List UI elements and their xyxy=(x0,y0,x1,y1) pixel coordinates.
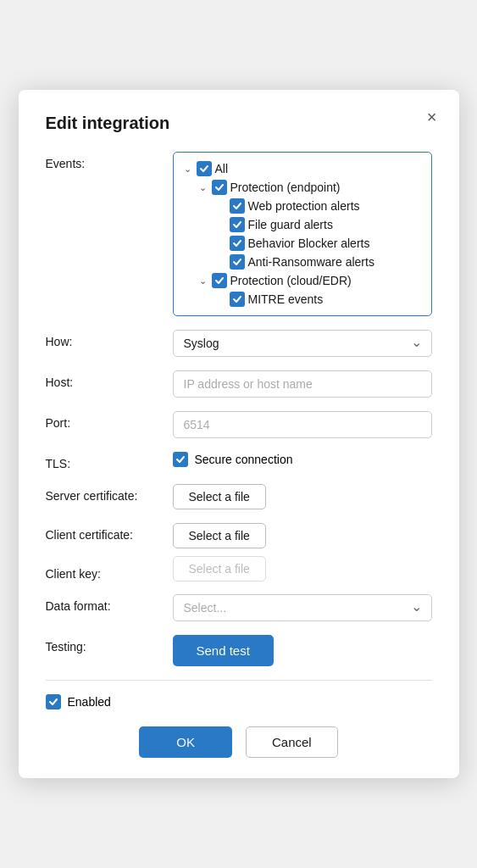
testing-control: Send test xyxy=(173,635,432,666)
checkbox-web-protection[interactable] xyxy=(230,198,245,214)
tls-control: Secure connection xyxy=(173,452,432,467)
data-format-row: Data format: Select... xyxy=(46,594,432,621)
footer-buttons: OK Cancel xyxy=(46,726,432,758)
tree-item-anti-ransomware[interactable]: Anti-Ransomware alerts xyxy=(184,253,421,271)
tree-item-mitre-events[interactable]: MITRE events xyxy=(184,290,421,309)
events-tree-box: ⌄ All ⌄ Protection (endpoint) xyxy=(173,152,432,316)
tls-text: Secure connection xyxy=(195,453,293,466)
close-button[interactable]: × xyxy=(422,107,442,127)
client-key-row: Client key: Select a file xyxy=(46,562,432,581)
client-key-label: Client key: xyxy=(46,562,173,581)
how-select[interactable]: Syslog HTTP SMTP xyxy=(173,330,432,357)
cancel-button[interactable]: Cancel xyxy=(246,726,338,758)
port-input[interactable] xyxy=(173,411,432,438)
tree-item-web-protection[interactable]: Web protection alerts xyxy=(184,197,421,215)
divider xyxy=(46,680,432,681)
server-cert-label: Server certificate: xyxy=(46,484,173,503)
tree-item-label: Protection (endpoint) xyxy=(230,181,341,194)
checkbox-file-guard[interactable] xyxy=(230,217,245,232)
host-row: Host: xyxy=(46,370,432,398)
how-label: How: xyxy=(46,330,173,348)
client-cert-row: Client certificate: Select a file xyxy=(46,523,432,548)
tls-label: TLS: xyxy=(46,452,173,470)
checkbox-enabled[interactable] xyxy=(46,694,61,709)
how-row: How: Syslog HTTP SMTP xyxy=(46,330,432,357)
dialog-title: Edit integration xyxy=(46,114,432,133)
client-cert-label: Client certificate: xyxy=(46,523,173,542)
client-key-button: Select a file xyxy=(173,556,266,581)
client-cert-button[interactable]: Select a file xyxy=(173,523,266,548)
tree-item-behavior-blocker[interactable]: Behavior Blocker alerts xyxy=(184,234,421,253)
enabled-label: Enabled xyxy=(68,695,111,709)
tree-item-protection-endpoint[interactable]: ⌄ Protection (endpoint) xyxy=(184,178,421,197)
checkbox-all[interactable] xyxy=(197,161,212,176)
port-row: Port: xyxy=(46,411,432,438)
tree-item-label: Web protection alerts xyxy=(248,199,360,213)
checkbox-tls[interactable] xyxy=(173,452,188,467)
edit-integration-dialog: Edit integration × Events: ⌄ All ⌄ xyxy=(19,90,459,778)
checkbox-protection-endpoint[interactable] xyxy=(212,180,227,195)
chevron-icon: ⌄ xyxy=(184,164,191,175)
send-test-button[interactable]: Send test xyxy=(173,635,274,666)
host-label: Host: xyxy=(46,370,173,389)
checkbox-anti-ransomware[interactable] xyxy=(230,254,245,270)
tree-item-label: All xyxy=(215,162,229,175)
data-format-label: Data format: xyxy=(46,594,173,613)
checkbox-mitre-events[interactable] xyxy=(230,292,245,307)
checkbox-protection-cloud[interactable] xyxy=(212,273,227,288)
data-format-select[interactable]: Select... xyxy=(173,594,432,621)
events-label: Events: xyxy=(46,152,173,170)
tree-item-label: File guard alerts xyxy=(248,218,333,231)
tree-item-label: MITRE events xyxy=(248,292,324,306)
server-cert-row: Server certificate: Select a file xyxy=(46,484,432,509)
data-format-select-wrapper: Select... xyxy=(173,594,432,621)
chevron-icon: ⌄ xyxy=(199,275,207,287)
tree-item-label: Protection (cloud/EDR) xyxy=(230,274,352,287)
enabled-row[interactable]: Enabled xyxy=(46,694,432,709)
tree-item-protection-cloud[interactable]: ⌄ Protection (cloud/EDR) xyxy=(184,271,421,290)
events-row: Events: ⌄ All ⌄ Protection (endpo xyxy=(46,152,432,316)
how-select-wrapper: Syslog HTTP SMTP xyxy=(173,330,432,357)
events-checkbox-tree[interactable]: ⌄ All ⌄ Protection (endpoint) xyxy=(173,152,432,316)
client-key-control: Select a file xyxy=(173,562,432,576)
tree-item-label: Behavior Blocker alerts xyxy=(248,236,370,250)
server-cert-control: Select a file xyxy=(173,484,432,509)
ok-button[interactable]: OK xyxy=(139,726,232,758)
testing-label: Testing: xyxy=(46,635,173,654)
tls-row: TLS: Secure connection xyxy=(46,452,432,470)
tree-item-file-guard[interactable]: File guard alerts xyxy=(184,215,421,234)
host-input[interactable] xyxy=(173,370,432,398)
port-input-wrapper xyxy=(173,411,432,438)
port-label: Port: xyxy=(46,411,173,430)
tree-item-label: Anti-Ransomware alerts xyxy=(248,255,374,269)
host-input-wrapper xyxy=(173,370,432,398)
testing-row: Testing: Send test xyxy=(46,635,432,666)
checkbox-behavior-blocker[interactable] xyxy=(230,236,245,251)
server-cert-button[interactable]: Select a file xyxy=(173,484,266,509)
client-cert-control: Select a file xyxy=(173,523,432,548)
chevron-icon: ⌄ xyxy=(199,182,207,193)
tree-item-all[interactable]: ⌄ All xyxy=(184,159,421,178)
